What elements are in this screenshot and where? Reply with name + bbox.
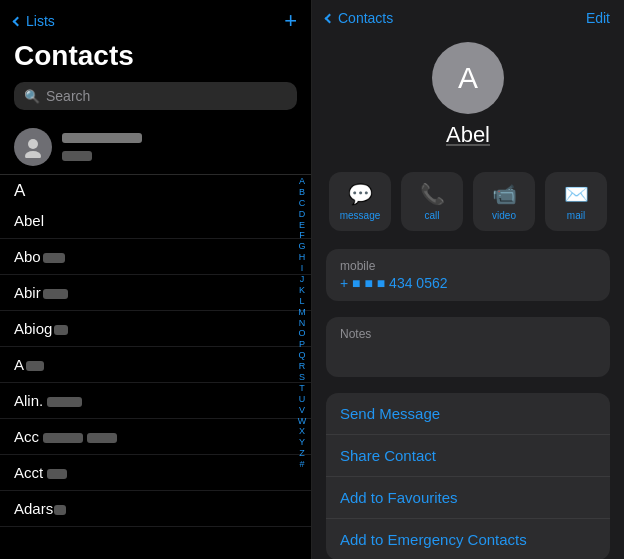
share-contact-item[interactable]: Share Contact	[326, 435, 610, 477]
back-contacts-label: Contacts	[338, 10, 393, 26]
phone-info-section: mobile + ■ ■ ■ 434 0562	[326, 249, 610, 301]
back-lists-label: Lists	[26, 13, 55, 29]
edit-contact-button[interactable]: Edit	[586, 10, 610, 26]
action-buttons-row: 💬 message 📞 call 📹 video ✉️ mail	[312, 162, 624, 241]
phone-number: + ■ ■ ■ 434 0562	[340, 275, 448, 291]
message-label: message	[340, 210, 381, 221]
list-item[interactable]: Adars	[0, 491, 311, 527]
contact-detail-header: A Abel	[312, 32, 624, 162]
send-message-item[interactable]: Send Message	[326, 393, 610, 435]
back-to-lists[interactable]: Lists	[14, 13, 55, 29]
list-item[interactable]: Abiog	[0, 311, 311, 347]
phone-value[interactable]: + ■ ■ ■ 434 0562	[340, 275, 596, 291]
search-placeholder: Search	[46, 88, 90, 104]
list-item[interactable]: Acc	[0, 419, 311, 455]
contacts-title: Contacts	[0, 36, 311, 82]
my-card-label	[62, 129, 142, 165]
mail-icon: ✉️	[564, 182, 589, 206]
my-card-avatar	[14, 128, 52, 166]
chevron-left-icon	[325, 13, 335, 23]
list-item[interactable]: Alin.	[0, 383, 311, 419]
message-action-button[interactable]: 💬 message	[329, 172, 391, 231]
call-label: call	[424, 210, 439, 221]
message-icon: 💬	[348, 182, 373, 206]
phone-label: mobile	[340, 259, 596, 273]
add-to-favourites-item[interactable]: Add to Favourites	[326, 477, 610, 519]
svg-point-0	[28, 139, 38, 149]
add-contact-button[interactable]: +	[284, 10, 297, 32]
back-to-contacts[interactable]: Contacts	[326, 10, 393, 26]
my-card-row[interactable]	[0, 120, 311, 175]
list-item[interactable]: Abo	[0, 239, 311, 275]
search-bar[interactable]: 🔍 Search	[14, 82, 297, 110]
call-icon: 📞	[420, 182, 445, 206]
mail-label: mail	[567, 210, 585, 221]
contact-actions-list: Send Message Share Contact Add to Favour…	[326, 393, 610, 559]
call-action-button[interactable]: 📞 call	[401, 172, 463, 231]
mail-action-button[interactable]: ✉️ mail	[545, 172, 607, 231]
notes-label: Notes	[340, 327, 596, 341]
add-to-emergency-item[interactable]: Add to Emergency Contacts	[326, 519, 610, 559]
contact-initial: A	[458, 61, 478, 95]
video-action-button[interactable]: 📹 video	[473, 172, 535, 231]
search-icon: 🔍	[24, 89, 40, 104]
list-item[interactable]: A	[0, 347, 311, 383]
chevron-left-icon	[13, 16, 23, 26]
phone-row: mobile + ■ ■ ■ 434 0562	[340, 249, 596, 301]
video-icon: 📹	[492, 182, 517, 206]
section-header-a: A	[0, 175, 311, 203]
list-item[interactable]: Acct	[0, 455, 311, 491]
list-item[interactable]: Abir	[0, 275, 311, 311]
contact-full-name: Abel	[446, 122, 490, 148]
left-panel: Lists + Contacts 🔍 Search A Abel Abo	[0, 0, 312, 559]
notes-section: Notes	[326, 317, 610, 377]
contact-avatar: A	[432, 42, 504, 114]
right-panel: Contacts Edit A Abel 💬 message 📞 call 📹 …	[312, 0, 624, 559]
video-label: video	[492, 210, 516, 221]
contacts-list: A Abel Abo Abir Abiog A Alin. Acc Acct A…	[0, 175, 311, 559]
list-item[interactable]: Abel	[0, 203, 311, 239]
alpha-index: A B C D E F G H I J K L M N O P Q R S T …	[295, 175, 309, 559]
right-header: Contacts Edit	[312, 0, 624, 32]
left-header: Lists +	[0, 0, 311, 36]
svg-point-1	[25, 151, 41, 158]
